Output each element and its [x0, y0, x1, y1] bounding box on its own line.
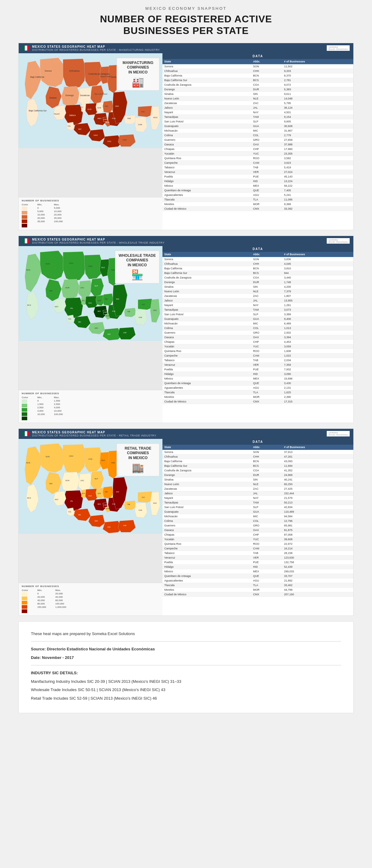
wholesale-section: MEXICO STATES GEOGRAPHIC HEAT MAP DISTRI…: [19, 236, 353, 423]
legend-min-col: Min. 0 5,000 10,000 20,000 35,000: [37, 203, 45, 228]
table-row: Coahuila de ZaragozaCOA3,440: [163, 275, 353, 280]
table-row: SinaloaSIN4,200: [163, 284, 353, 289]
table-cell: Zacatecas: [163, 101, 251, 105]
table-row: TamaulipasTAM9,154: [163, 115, 353, 119]
table-cell: Quintana Roo: [163, 541, 251, 546]
svg-text:CHP: CHP: [123, 332, 127, 334]
mexico-flag-icon-2: [22, 239, 30, 243]
table-row: GuerreroGRO2,932: [163, 330, 353, 335]
table-cell: MEX: [251, 376, 282, 381]
table-cell: GUA: [251, 316, 282, 321]
table-row: GuerreroGRO27,659: [163, 137, 353, 142]
table-cell: 30,608: [282, 124, 353, 128]
table-row: TabascoTAB28,158: [163, 551, 353, 555]
table-row: San Luis PotosíSLP9,605: [163, 119, 353, 124]
manufacturing-data: DATA State Abbr. # of Businesses SonoraS…: [163, 53, 353, 230]
manufacturing-section: MEXICO STATES GEOGRAPHIC HEAT MAP DISTRI…: [19, 43, 353, 230]
company-label-text: MANIFACTURING COMPANIES IN MEXICO: [119, 61, 157, 75]
table-cell: VER: [251, 362, 282, 367]
svg-text:OAX: OAX: [107, 141, 111, 142]
table-cell: Aguascalientes: [163, 578, 251, 583]
table-cell: Quintana Roo: [163, 349, 251, 353]
table-cell: CHP: [251, 147, 282, 151]
table-cell: Coahuila de Zaragoza: [163, 82, 251, 87]
table-cell: GRO: [251, 523, 282, 528]
table-cell: GUA: [251, 509, 282, 514]
svg-text:YUC: YUC: [141, 111, 145, 113]
table-row: Querétaro de ArteagaQUE33,707: [163, 574, 353, 578]
svg-text:CMX: CMX: [104, 311, 107, 313]
table-cell: HID: [251, 372, 282, 376]
svg-text:AGU: AGU: [82, 300, 85, 302]
table-cell: Hidalgo: [163, 372, 251, 376]
table-cell: Guerrero: [163, 523, 251, 528]
table-cell: Yucatán: [163, 151, 251, 156]
table-row: Baja California SurBCS11,694: [163, 463, 353, 468]
table-cell: 42,834: [282, 505, 353, 509]
table-row: ZacatecasZAC5,795: [163, 101, 353, 105]
table-cell: México: [163, 569, 251, 574]
table-row: TlaxcalaTLA11,095: [163, 197, 353, 202]
svg-text:HID: HID: [105, 298, 108, 300]
table-cell: San Luis Potosí: [163, 505, 251, 509]
svg-text:PUE: PUE: [112, 310, 115, 312]
table-cell: 14,048: [282, 96, 353, 101]
svg-text:CAM: CAM: [139, 509, 142, 511]
table-cell: MEX: [251, 183, 282, 188]
retail-table: State Abbr. # of Businesses SonoraSON37,…: [163, 445, 353, 597]
table-cell: Morelos: [163, 202, 251, 206]
table-cell: NLE: [251, 289, 282, 293]
table-row: DurangoDUR5,383: [163, 87, 353, 92]
table-cell: NAY: [251, 303, 282, 307]
table-cell: OAX: [251, 335, 282, 339]
table-cell: 7,379: [282, 289, 353, 293]
table-cell: 33,707: [282, 574, 353, 578]
table-cell: Colima: [163, 326, 251, 330]
svg-text:COA: COA: [89, 458, 92, 460]
table-cell: 50,213: [282, 500, 353, 505]
table-cell: GRO: [251, 137, 282, 142]
table-cell: 31,967: [282, 128, 353, 133]
table-cell: Puebla: [163, 174, 251, 179]
table-row: SonoraSON37,913: [163, 450, 353, 454]
table-cell: Coahuila de Zaragoza: [163, 275, 251, 280]
col-businesses-mfg: # of Businesses: [282, 59, 353, 64]
table-cell: 6,489: [282, 321, 353, 326]
table-cell: Tabasco: [163, 358, 251, 362]
table-row: ChiapasCHP87,008: [163, 532, 353, 537]
table-cell: Michoacán: [163, 128, 251, 133]
wholesale-header: MEXICO STATES GEOGRAPHIC HEAT MAP DISTRI…: [19, 236, 353, 246]
table-cell: Michoacán: [163, 321, 251, 326]
table-cell: Tlaxcala: [163, 583, 251, 587]
table-cell: MOR: [251, 202, 282, 206]
table-row: GuanajuatoGUA30,608: [163, 124, 353, 128]
table-cell: TAM: [251, 500, 282, 505]
table-cell: Campeche: [163, 353, 251, 358]
svg-text:SIN: SIN: [49, 483, 52, 485]
table-row: PueblaPUE7,932: [163, 367, 353, 372]
legend-max-col-ws: Max. 1,500 2,500 4,000 10,000 100,000: [54, 396, 63, 421]
svg-rect-38: [27, 239, 30, 243]
table-cell: Baja California: [163, 73, 251, 78]
table-row: TlaxcalaTLA1,625: [163, 390, 353, 395]
table-cell: 9,368: [282, 202, 353, 206]
svg-text:DUR: DUR: [65, 287, 70, 289]
table-cell: 3,440: [282, 275, 353, 280]
manufacturing-legend: NUMBER OF BUSINESSES Color Min. 0: [19, 197, 163, 230]
table-cell: Ciudad de México: [163, 399, 251, 404]
table-row: Querétaro de ArteagaQUE3,430: [163, 381, 353, 385]
svg-text:YUC: YUC: [142, 304, 145, 306]
table-row: Nuevo LeónNLE14,048: [163, 96, 353, 101]
table-cell: 2,932: [282, 330, 353, 335]
table-cell: SON: [251, 450, 282, 454]
someka-logo: someka Excel Solutions: [327, 45, 350, 51]
table-cell: 2,131: [282, 385, 353, 390]
table-row: Baja CaliforniaBCN3,810: [163, 266, 353, 271]
footer-line5: Manifacturing Industry Includes SIC 20-3…: [31, 679, 341, 685]
table-cell: SON: [251, 257, 282, 261]
svg-text:COA: COA: [89, 266, 92, 267]
table-cell: 65,981: [282, 523, 353, 528]
table-cell: Campeche: [163, 546, 251, 551]
table-cell: Baja California Sur: [163, 78, 251, 82]
svg-text:MOR: MOR: [106, 122, 109, 123]
